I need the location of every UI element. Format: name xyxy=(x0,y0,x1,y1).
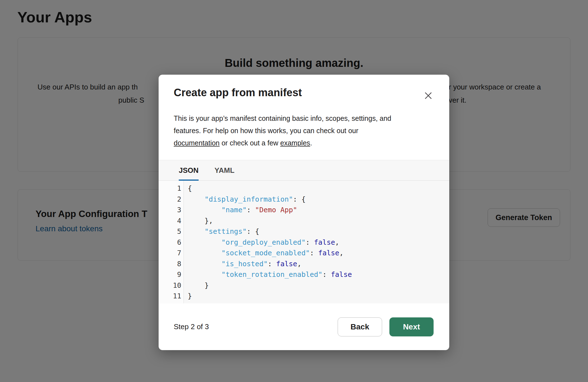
line-number: 5 xyxy=(159,226,181,237)
description-text: or check out a few xyxy=(220,139,280,147)
code-line: "display_information": { xyxy=(188,194,449,205)
code-line: } xyxy=(188,291,449,302)
line-number: 10 xyxy=(159,280,181,291)
line-number: 6 xyxy=(159,237,181,248)
tab-json[interactable]: JSON xyxy=(179,160,199,180)
line-number: 1 xyxy=(159,183,181,194)
create-app-from-manifest-modal: Create app from manifest This is your ap… xyxy=(159,75,449,350)
code-line: "socket_mode_enabled": false, xyxy=(188,248,449,259)
code-line: "name": "Demo App" xyxy=(188,205,449,216)
manifest-editor-block: JSON YAML 1234567891011 { "display_infor… xyxy=(159,160,449,303)
code-editor[interactable]: 1234567891011 { "display_information": {… xyxy=(159,181,449,303)
code-line: } xyxy=(188,280,449,291)
modal-title: Create app from manifest xyxy=(174,86,302,99)
modal-description: This is your app’s manifest containing b… xyxy=(174,112,391,149)
back-button[interactable]: Back xyxy=(338,317,382,336)
description-text: . xyxy=(310,139,312,147)
description-line: documentation or check out a few example… xyxy=(174,137,391,149)
description-line: features. For help on how this works, yo… xyxy=(174,124,391,137)
examples-link[interactable]: examples xyxy=(280,139,310,147)
line-number: 8 xyxy=(159,259,181,270)
code-line: "token_rotation_enabled": false xyxy=(188,269,449,280)
line-number: 3 xyxy=(159,205,181,216)
editor-tabbar: JSON YAML xyxy=(159,160,449,181)
line-number: 7 xyxy=(159,248,181,259)
line-number-gutter: 1234567891011 xyxy=(159,181,184,303)
description-line: This is your app’s manifest containing b… xyxy=(174,112,391,124)
modal-footer: Step 2 of 3 Back Next xyxy=(159,303,449,350)
line-number: 9 xyxy=(159,269,181,280)
code-content[interactable]: { "display_information": { "name": "Demo… xyxy=(184,181,449,303)
close-button[interactable] xyxy=(424,91,433,100)
line-number: 4 xyxy=(159,216,181,227)
x-icon xyxy=(424,97,433,101)
code-line: "settings": { xyxy=(188,226,449,237)
code-line: "is_hosted": false, xyxy=(188,259,449,270)
line-number: 2 xyxy=(159,194,181,205)
next-button[interactable]: Next xyxy=(389,317,434,336)
tab-yaml[interactable]: YAML xyxy=(215,160,234,180)
documentation-link[interactable]: documentation xyxy=(174,139,220,147)
step-indicator: Step 2 of 3 xyxy=(174,322,209,331)
line-number: 11 xyxy=(159,291,181,302)
footer-buttons: Back Next xyxy=(338,317,434,336)
code-line: "org_deploy_enabled": false, xyxy=(188,237,449,248)
code-line: }, xyxy=(188,216,449,227)
code-line: { xyxy=(188,183,449,194)
